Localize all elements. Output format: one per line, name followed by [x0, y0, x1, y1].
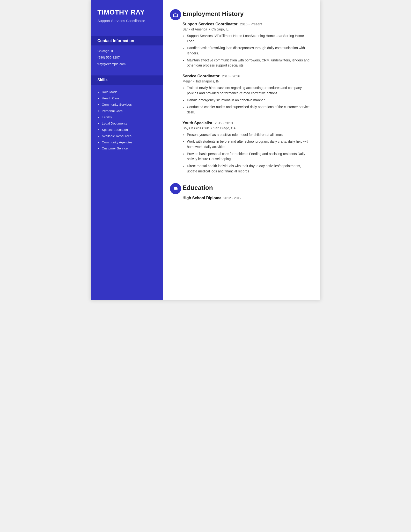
employment-section-title: Employment History: [183, 9, 310, 18]
job-dates: 2013 - 2016: [222, 74, 240, 78]
job-bullets-list: Present yourself as a positive role mode…: [183, 132, 310, 174]
education-entry: High School Diploma2012 - 2012: [183, 196, 310, 200]
job-bullets-list: Trained newly-hired cashiers regarding a…: [183, 85, 310, 115]
skill-item: Personal Care: [102, 109, 156, 114]
job-title: Service Coordinator: [183, 74, 220, 78]
job-company: Meijer•Indianapolis, IN: [183, 79, 310, 83]
contact-location: Chicago, IL: [97, 49, 156, 53]
job-bullet-item: Provide basic personal care for resident…: [187, 151, 310, 162]
briefcase-icon: [170, 9, 181, 20]
company-location: Chicago, IL: [212, 27, 229, 31]
skills-list: Role ModelHealth CareCommunity ServicesP…: [97, 90, 156, 151]
education-section: Education High School Diploma2012 - 2012: [163, 183, 310, 200]
company-name: Bank of America: [183, 27, 207, 31]
skills-section-header: Skills: [91, 76, 163, 85]
skill-item: Facility: [102, 115, 156, 120]
jobs-container: Support Services Coordinator2016 - Prese…: [183, 22, 310, 174]
job-bullet-item: Present yourself as a positive role mode…: [187, 132, 310, 138]
job-entry: Youth Specialist2012 - 2013Boys & Girls …: [183, 121, 310, 174]
job-header: Service Coordinator2013 - 2016: [183, 74, 310, 78]
job-bullet-item: Trained newly-hired cashiers regarding a…: [187, 85, 310, 96]
sidebar-header: TIMOTHY RAY Support Services Coordinator: [91, 0, 163, 30]
skill-item: Special Education: [102, 128, 156, 132]
job-dates: 2012 - 2013: [215, 121, 233, 125]
skill-item: Health Care: [102, 96, 156, 101]
job-company: Boys & Girls Club•San Diego, CA: [183, 126, 310, 130]
separator-dot: •: [211, 126, 212, 130]
sidebar: TIMOTHY RAY Support Services Coordinator…: [91, 0, 163, 300]
job-entry: Support Services Coordinator2016 - Prese…: [183, 22, 310, 68]
job-bullet-item: Conducted cashier audits and supervised …: [187, 104, 310, 115]
job-bullet-item: Support Services IVFulfillment Home Loan…: [187, 33, 310, 44]
contact-section-content: Chicago, IL (980) 555-8287 tray@example.…: [91, 46, 163, 70]
skill-item: Legal Documents: [102, 121, 156, 126]
job-bullet-item: Direct mental health individuals with th…: [187, 163, 310, 174]
job-title: Support Services Coordinator: [183, 22, 238, 26]
candidate-name: TIMOTHY RAY: [97, 9, 156, 16]
company-name: Meijer: [183, 79, 192, 83]
job-bullet-item: Handled task of resolving loan discrepan…: [187, 46, 310, 56]
company-name: Boys & Girls Club: [183, 126, 209, 130]
education-section-title: Education: [183, 183, 310, 191]
job-header: Youth Specialist2012 - 2013: [183, 121, 310, 125]
separator-dot: •: [193, 79, 195, 83]
job-company: Bank of America•Chicago, IL: [183, 27, 310, 31]
contact-phone: (980) 555-8287: [97, 55, 156, 60]
skill-item: Role Model: [102, 90, 156, 95]
job-dates: 2016 - Present: [240, 22, 262, 26]
main-content: Employment History Support Services Coor…: [163, 0, 320, 300]
contact-email: tray@example.com: [97, 62, 156, 66]
skill-item: Available Resources: [102, 134, 156, 139]
separator-dot: •: [209, 27, 210, 31]
job-bullet-item: Maintain effective communication with bo…: [187, 58, 310, 68]
skill-item: Community Services: [102, 103, 156, 107]
skill-item: Customer Service: [102, 146, 156, 151]
job-title: Youth Specialist: [183, 121, 212, 125]
skill-item: Community Agencies: [102, 140, 156, 145]
contact-section-header: Contact Information: [91, 36, 163, 46]
education-container: High School Diploma2012 - 2012: [183, 196, 310, 200]
company-location: San Diego, CA: [213, 126, 236, 130]
job-bullet-item: Work with students in before and after s…: [187, 139, 310, 150]
education-icon: [170, 183, 181, 194]
employment-section: Employment History Support Services Coor…: [163, 9, 310, 174]
edu-dates: 2012 - 2012: [223, 196, 242, 200]
edu-degree: High School Diploma: [183, 196, 222, 200]
skills-section-content: Role ModelHealth CareCommunity ServicesP…: [91, 85, 163, 154]
candidate-title: Support Services Coordinator: [97, 18, 156, 23]
company-location: Indianapolis, IN: [196, 79, 220, 83]
job-header: Support Services Coordinator2016 - Prese…: [183, 22, 310, 26]
job-entry: Service Coordinator2013 - 2016Meijer•Ind…: [183, 74, 310, 115]
job-bullet-item: Handle emergency situations in an effect…: [187, 98, 310, 103]
job-bullets-list: Support Services IVFulfillment Home Loan…: [183, 33, 310, 68]
